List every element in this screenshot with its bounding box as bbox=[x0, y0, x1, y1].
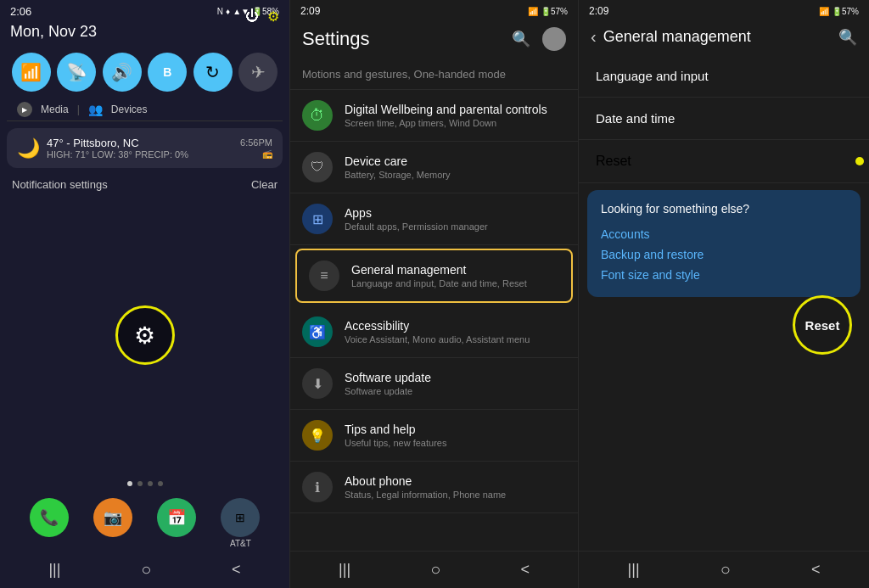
camera-app[interactable]: 📷 bbox=[93, 498, 132, 548]
time-panel1: 2:06 bbox=[10, 5, 31, 18]
navigation-bar-panel3: ||| ○ < bbox=[579, 551, 869, 588]
notification-time: 6:56PM 📻 bbox=[240, 137, 272, 159]
recent-apps-button[interactable]: ||| bbox=[48, 561, 60, 579]
reset-circle-label: Reset bbox=[805, 318, 840, 333]
general-management-item[interactable]: ≡ General management Language and input,… bbox=[295, 249, 573, 303]
suggestion-box: Looking for something else? Accounts Bac… bbox=[587, 190, 861, 297]
settings-gear-circle[interactable]: ⚙ bbox=[115, 305, 175, 365]
apps-item[interactable]: ⊞ Apps Default apps, Permission manager bbox=[290, 193, 578, 245]
software-update-item[interactable]: ⬇ Software update Software update bbox=[290, 358, 578, 410]
phone-app[interactable]: 📞 bbox=[30, 498, 69, 548]
media-label: Media bbox=[41, 104, 69, 115]
general-management-panel: 2:09 📶 🔋57% ‹ General management 🔍 Langu… bbox=[579, 0, 869, 588]
digital-wellbeing-icon: ⏱ bbox=[302, 100, 333, 131]
general-management-title: General management bbox=[603, 28, 751, 46]
media-devices-bar: ▶ Media | 👥 Devices bbox=[7, 98, 283, 121]
about-phone-item[interactable]: ℹ About phone Status, Legal information,… bbox=[290, 462, 578, 513]
moon-icon: 🌙 bbox=[17, 137, 40, 160]
gear-circle-icon: ⚙ bbox=[134, 322, 155, 350]
software-update-icon: ⬇ bbox=[302, 368, 333, 399]
digital-wellbeing-item[interactable]: ⏱ Digital Wellbeing and parental control… bbox=[290, 90, 578, 142]
tips-text: Tips and help Useful tips, new features bbox=[345, 423, 566, 448]
accessibility-icon: ♿ bbox=[302, 316, 333, 347]
power-icon[interactable]: ⏻ bbox=[245, 8, 259, 25]
profile-avatar[interactable] bbox=[542, 27, 566, 51]
reset-item[interactable]: Reset bbox=[579, 140, 869, 183]
recent-apps-button-p2[interactable]: ||| bbox=[339, 561, 350, 579]
media-play-button[interactable]: ▶ bbox=[17, 102, 32, 117]
suggestion-title: Looking for something else? bbox=[601, 202, 847, 216]
calendar-app-icon: 📅 bbox=[157, 498, 196, 537]
airplane-button[interactable]: ✈ bbox=[238, 53, 278, 92]
phone-app-icon: 📞 bbox=[30, 498, 69, 537]
search-icon-p3[interactable]: 🔍 bbox=[838, 28, 857, 47]
motions-setting-text: Motions and gestures, One-handed mode bbox=[302, 68, 506, 81]
att-app[interactable]: ⊞ AT&T bbox=[221, 498, 260, 548]
homescreen-area: ⚙ bbox=[0, 194, 289, 476]
status-bar-panel3: 2:09 📶 🔋57% bbox=[579, 0, 869, 20]
bottom-dock: 📞 📷 📅 ⊞ AT&T bbox=[0, 491, 289, 552]
notification-settings-link[interactable]: Notification settings bbox=[12, 178, 108, 191]
device-care-item[interactable]: 🛡 Device care Battery, Storage, Memory bbox=[290, 142, 578, 193]
accounts-link[interactable]: Accounts bbox=[601, 224, 847, 244]
devices-people-icon: 👥 bbox=[88, 103, 103, 116]
back-arrow-button[interactable]: ‹ bbox=[591, 27, 597, 47]
back-button[interactable]: < bbox=[232, 561, 241, 579]
sound-icon: 🔊 bbox=[111, 62, 132, 82]
wifi-button[interactable]: 📶 bbox=[12, 53, 51, 92]
settings-header: Settings 🔍 bbox=[290, 20, 578, 59]
bluetooth-icon: B bbox=[163, 65, 171, 79]
back-button-p3[interactable]: < bbox=[811, 561, 821, 579]
notification-subtitle: HIGH: 71° LOW: 38° PRECIP: 0% bbox=[47, 149, 233, 160]
wifi-icon: 📶 bbox=[20, 62, 42, 82]
font-size-link[interactable]: Font size and style bbox=[601, 265, 847, 285]
wifi-calling-button[interactable]: 📡 bbox=[57, 53, 96, 92]
recent-apps-button-p3[interactable]: ||| bbox=[628, 561, 640, 579]
back-button-p2[interactable]: < bbox=[520, 561, 530, 579]
date-time-item[interactable]: Date and time bbox=[579, 98, 869, 140]
search-icon[interactable]: 🔍 bbox=[512, 30, 530, 48]
time-panel3: 2:09 bbox=[589, 5, 608, 17]
settings-list: Motions and gestures, One-handed mode ⏱ … bbox=[290, 59, 578, 551]
language-input-item[interactable]: Language and input bbox=[579, 55, 869, 98]
settings-title: Settings bbox=[302, 28, 370, 50]
sound-button[interactable]: 🔊 bbox=[103, 53, 142, 92]
dot-1 bbox=[127, 481, 132, 486]
about-phone-icon: ℹ bbox=[302, 472, 333, 502]
date-display: Mon, Nov 23 bbox=[0, 21, 289, 46]
notification-clear-button[interactable]: Clear bbox=[251, 178, 278, 191]
status-bar-panel2: 2:09 📶 🔋57% bbox=[290, 0, 578, 20]
backup-restore-link[interactable]: Backup and restore bbox=[601, 244, 847, 265]
language-input-label: Language and input bbox=[596, 69, 852, 83]
weather-notification[interactable]: 🌙 47° - Pittsboro, NC HIGH: 71° LOW: 38°… bbox=[7, 128, 283, 168]
general-management-icon: ≡ bbox=[309, 260, 339, 291]
notification-footer: Notification settings Clear bbox=[0, 175, 289, 194]
about-phone-text: About phone Status, Legal information, P… bbox=[345, 474, 566, 500]
dot-4 bbox=[158, 481, 163, 486]
home-button[interactable]: ○ bbox=[141, 560, 151, 580]
navigation-bar-panel1: ||| ○ < bbox=[0, 552, 289, 588]
settings-header-icons: 🔍 bbox=[512, 27, 566, 51]
tips-help-item[interactable]: 💡 Tips and help Useful tips, new feature… bbox=[290, 410, 578, 462]
home-button-p2[interactable]: ○ bbox=[430, 560, 440, 580]
general-management-header: ‹ General management 🔍 bbox=[579, 20, 869, 55]
quick-controls: 📶 📡 🔊 B ↻ ✈ bbox=[0, 46, 289, 98]
reset-label-wrapper: Reset bbox=[596, 154, 852, 169]
reset-circle-button[interactable]: Reset bbox=[793, 295, 852, 355]
bluetooth-button[interactable]: B bbox=[148, 53, 187, 92]
motions-setting-item[interactable]: Motions and gestures, One-handed mode bbox=[290, 59, 578, 90]
home-button-p3[interactable]: ○ bbox=[720, 560, 731, 580]
date-time-label: Date and time bbox=[596, 111, 852, 126]
general-management-text: General management Language and input, D… bbox=[351, 263, 559, 288]
settings-gear-top-icon[interactable]: ⚙ bbox=[267, 8, 279, 25]
navigation-bar-panel2: ||| ○ < bbox=[290, 551, 578, 588]
sync-button[interactable]: ↻ bbox=[193, 53, 233, 92]
att-app-icon: ⊞ bbox=[221, 498, 260, 537]
calendar-app[interactable]: 📅 bbox=[157, 498, 196, 548]
time-panel2: 2:09 bbox=[300, 5, 320, 17]
device-care-text: Device care Battery, Storage, Memory bbox=[345, 154, 566, 180]
accessibility-item[interactable]: ♿ Accessibility Voice Assistant, Mono au… bbox=[290, 306, 578, 358]
sync-icon: ↻ bbox=[205, 62, 220, 82]
tips-icon: 💡 bbox=[302, 420, 333, 451]
dot-3 bbox=[148, 481, 153, 486]
